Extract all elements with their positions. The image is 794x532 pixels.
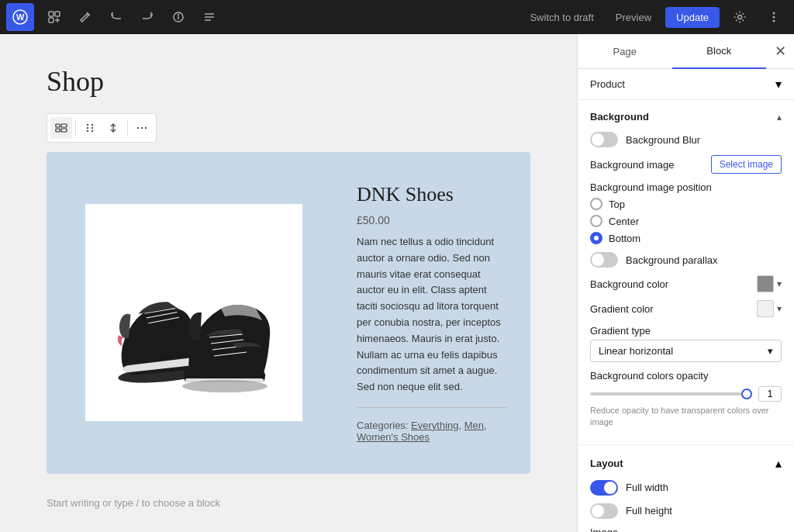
product-image-wrapper	[85, 204, 302, 421]
sidebar-product-label: Product	[590, 78, 625, 90]
opacity-row	[590, 386, 782, 402]
svg-rect-3	[55, 12, 60, 16]
tab-page[interactable]: Page	[578, 34, 672, 68]
position-center-row: Center	[590, 215, 782, 227]
background-chevron-icon: ▴	[777, 112, 782, 123]
full-width-label: Full width	[626, 482, 668, 493]
page-title: Shop	[47, 65, 530, 98]
svg-point-25	[87, 130, 88, 132]
background-color-row: Background color ▾	[590, 275, 782, 292]
background-image-label: Background image	[590, 159, 674, 171]
position-bottom-label: Bottom	[609, 233, 640, 244]
svg-point-28	[141, 127, 143, 129]
preview-button[interactable]: Preview	[608, 7, 659, 28]
svg-rect-4	[49, 18, 54, 22]
background-blur-label: Background Blur	[626, 134, 700, 146]
product-image-area	[47, 152, 341, 474]
full-height-label: Full height	[626, 505, 672, 516]
svg-rect-20	[61, 129, 67, 132]
switch-to-draft-button[interactable]: Switch to draft	[522, 7, 601, 28]
wp-logo[interactable]: W	[6, 3, 34, 31]
opacity-thumb	[741, 389, 752, 399]
gradient-color-swatch[interactable]	[757, 300, 774, 317]
product-block: DNK Shoes £50.00 Nam nec tellus a odio t…	[47, 152, 530, 474]
main-layout: Shop	[0, 34, 794, 532]
undo-button[interactable]	[102, 3, 130, 31]
position-top-radio[interactable]	[590, 198, 602, 210]
toolbar-right: Switch to draft Preview Update	[522, 3, 788, 31]
sidebar-tabs: Page Block ✕	[578, 34, 794, 69]
layout-section-title: Layout	[590, 458, 623, 469]
svg-text:W: W	[16, 12, 25, 22]
svg-point-38	[182, 380, 268, 392]
shoe-image	[101, 227, 287, 398]
bg-color-label: Background color	[590, 278, 668, 290]
add-block-button[interactable]	[40, 3, 68, 31]
background-section-title: Background	[590, 111, 649, 123]
full-height-toggle[interactable]	[590, 503, 618, 519]
gradient-color-swatch-row[interactable]: ▾	[757, 300, 782, 317]
svg-point-26	[91, 130, 93, 132]
gradient-color-row: Gradient color ▾	[590, 300, 782, 317]
gradient-color-label: Gradient color	[590, 303, 654, 315]
bg-color-swatch-row[interactable]: ▾	[757, 275, 782, 292]
svg-rect-2	[49, 12, 54, 16]
svg-point-15	[773, 16, 775, 19]
product-chevron-down-icon: ▾	[775, 77, 782, 92]
background-parallax-toggle[interactable]	[590, 252, 618, 268]
category-men[interactable]: Men	[464, 420, 484, 431]
svg-point-9	[178, 15, 179, 16]
opacity-value-input[interactable]	[758, 386, 782, 402]
image-select-row: Image Normal ▾	[590, 527, 782, 532]
gradient-color-chevron-icon: ▾	[777, 303, 782, 314]
position-bottom-radio[interactable]	[590, 232, 602, 244]
product-name: DNK Shoes	[357, 183, 507, 206]
full-width-toggle[interactable]	[590, 480, 618, 496]
layout-section-header: Layout ▴	[590, 456, 782, 471]
toolbar-divider-2	[127, 120, 128, 136]
right-sidebar: Page Block ✕ Product ▾ Background ▴ Back…	[577, 34, 794, 532]
svg-point-29	[145, 127, 147, 129]
background-section-header: Background ▴	[590, 111, 782, 123]
select-image-button[interactable]: Select image	[711, 155, 782, 174]
svg-point-27	[137, 127, 139, 129]
layout-section: Layout ▴ Full width Full height Image	[578, 445, 794, 532]
svg-rect-19	[61, 124, 67, 127]
category-womens-shoes[interactable]: Women's Shoes	[357, 431, 430, 443]
opacity-slider[interactable]	[590, 392, 752, 396]
info-button[interactable]	[164, 3, 192, 31]
image-select-label: Image	[590, 527, 782, 532]
categories-label: Categories:	[357, 420, 408, 431]
update-button[interactable]: Update	[665, 7, 720, 28]
tools-button[interactable]	[71, 3, 99, 31]
svg-point-23	[87, 127, 88, 129]
position-center-radio[interactable]	[590, 215, 602, 227]
editor-area: Shop	[0, 34, 577, 532]
opacity-label: Background colors opacity	[590, 370, 782, 382]
block-more-button[interactable]	[131, 117, 153, 139]
gradient-type-select[interactable]: Linear horizontal ▾	[590, 340, 782, 362]
full-height-row: Full height	[590, 503, 782, 519]
list-view-button[interactable]	[195, 3, 223, 31]
background-blur-toggle[interactable]	[590, 132, 618, 147]
drag-button[interactable]	[79, 117, 101, 139]
block-type-button[interactable]	[50, 117, 72, 139]
product-info: DNK Shoes £50.00 Nam nec tellus a odio t…	[341, 152, 530, 474]
move-up-down-button[interactable]	[102, 117, 124, 139]
editor-hint: Start writing or type / to choose a bloc…	[47, 489, 530, 516]
layout-chevron-icon: ▴	[775, 456, 782, 471]
redo-button[interactable]	[133, 3, 161, 31]
opacity-hint: Reduce opacity to have transparent color…	[590, 405, 782, 429]
category-everything[interactable]: Everything	[411, 420, 458, 431]
more-options-button[interactable]	[760, 3, 788, 31]
gradient-type-chevron-icon: ▾	[768, 345, 773, 357]
position-radio-group: Top Center Bottom	[590, 198, 782, 244]
tab-block[interactable]: Block	[672, 34, 767, 69]
position-top-label: Top	[609, 199, 625, 210]
settings-button[interactable]	[726, 3, 754, 31]
svg-point-16	[773, 20, 775, 22]
svg-rect-17	[56, 124, 60, 127]
product-description: Nam nec tellus a odio tincidunt auctor a…	[357, 234, 507, 396]
sidebar-close-button[interactable]: ✕	[766, 34, 794, 68]
bg-color-swatch[interactable]	[757, 275, 774, 292]
